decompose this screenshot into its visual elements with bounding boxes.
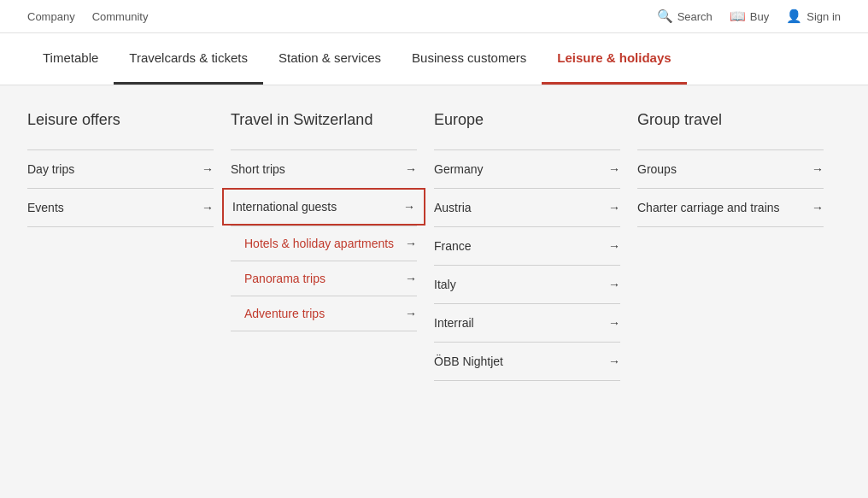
italy-arrow: →	[608, 278, 620, 291]
col-group-travel: Group travel Groups → Charter carriage a…	[637, 111, 841, 381]
menu-panorama[interactable]: Panorama trips →	[231, 261, 417, 296]
adventure-label: Adventure trips	[244, 307, 325, 320]
nav-station[interactable]: Station & services	[263, 33, 396, 85]
utility-right: 🔍 Search 📖 Buy 👤 Sign in	[657, 9, 841, 24]
main-nav: Timetable Travelcards & tickets Station …	[0, 33, 868, 85]
interrail-label: Interrail	[434, 316, 474, 330]
nav-timetable[interactable]: Timetable	[27, 33, 114, 85]
leisure-offers-header: Leisure offers	[27, 111, 214, 129]
groups-arrow: →	[812, 162, 824, 176]
charter-arrow: →	[812, 201, 824, 214]
obb-nightjet-arrow: →	[608, 354, 620, 368]
italy-label: Italy	[434, 278, 456, 291]
nav-travelcards[interactable]: Travelcards & tickets	[114, 33, 263, 85]
nav-business[interactable]: Business customers	[396, 33, 542, 85]
hotels-arrow: →	[405, 237, 417, 250]
short-trips-label: Short trips	[231, 162, 285, 176]
germany-label: Germany	[434, 162, 484, 176]
signin-action[interactable]: 👤 Sign in	[786, 9, 841, 24]
group-travel-header: Group travel	[637, 111, 824, 129]
company-link[interactable]: Company	[27, 10, 75, 23]
day-trips-label: Day trips	[27, 162, 74, 176]
menu-austria[interactable]: Austria →	[434, 188, 620, 226]
travel-switzerland-header: Travel in Switzerland	[231, 111, 417, 129]
adventure-arrow: →	[405, 307, 417, 320]
col-leisure-offers: Leisure offers Day trips → Events →	[27, 111, 231, 381]
menu-short-trips[interactable]: Short trips →	[231, 149, 417, 188]
signin-label: Sign in	[806, 10, 841, 23]
austria-arrow: →	[608, 201, 620, 214]
buy-action[interactable]: 📖 Buy	[730, 9, 769, 24]
international-guests-arrow: →	[403, 200, 415, 214]
international-guests-label: International guests	[232, 200, 337, 214]
menu-france[interactable]: France →	[434, 226, 620, 265]
dropdown-panel: Leisure offers Day trips → Events → Trav…	[0, 85, 868, 461]
menu-international-guests[interactable]: International guests →	[222, 188, 425, 226]
user-icon: 👤	[786, 9, 802, 24]
utility-bar: Company Community 🔍 Search 📖 Buy 👤 Sign …	[0, 0, 868, 33]
menu-obb-nightjet[interactable]: ÖBB Nightjet →	[434, 342, 620, 381]
columns-container: Leisure offers Day trips → Events → Trav…	[27, 111, 841, 381]
nav-leisure[interactable]: Leisure & holidays	[542, 33, 686, 85]
search-action[interactable]: 🔍 Search	[657, 9, 713, 24]
charter-label: Charter carriage and trains	[637, 201, 780, 214]
utility-left: Company Community	[27, 10, 148, 23]
menu-interrail[interactable]: Interrail →	[434, 303, 620, 342]
menu-charter[interactable]: Charter carriage and trains →	[637, 188, 824, 227]
europe-header: Europe	[434, 111, 620, 129]
menu-day-trips[interactable]: Day trips →	[27, 149, 214, 188]
search-label: Search	[677, 10, 713, 23]
events-arrow: →	[202, 201, 214, 214]
menu-italy[interactable]: Italy →	[434, 265, 620, 303]
austria-label: Austria	[434, 201, 472, 214]
short-trips-arrow: →	[405, 162, 417, 176]
groups-label: Groups	[637, 162, 677, 176]
france-arrow: →	[608, 239, 620, 253]
menu-adventure[interactable]: Adventure trips →	[231, 296, 417, 331]
day-trips-arrow: →	[202, 162, 214, 176]
obb-nightjet-label: ÖBB Nightjet	[434, 354, 503, 368]
germany-arrow: →	[608, 162, 620, 176]
search-icon: 🔍	[657, 9, 673, 24]
menu-hotels[interactable]: Hotels & holiday apartments →	[231, 226, 417, 261]
menu-groups[interactable]: Groups →	[637, 149, 824, 188]
col-europe: Europe Germany → Austria → France → Ital…	[434, 111, 637, 381]
france-label: France	[434, 239, 472, 253]
community-link[interactable]: Community	[92, 10, 149, 23]
book-icon: 📖	[730, 9, 746, 24]
hotels-label: Hotels & holiday apartments	[244, 237, 394, 250]
interrail-arrow: →	[608, 316, 620, 330]
buy-label: Buy	[750, 10, 769, 23]
panorama-label: Panorama trips	[244, 272, 326, 285]
col-travel-switzerland: Travel in Switzerland Short trips → Inte…	[231, 111, 434, 381]
menu-events[interactable]: Events →	[27, 188, 214, 227]
events-label: Events	[27, 201, 64, 214]
panorama-arrow: →	[405, 272, 417, 285]
menu-germany[interactable]: Germany →	[434, 149, 620, 188]
